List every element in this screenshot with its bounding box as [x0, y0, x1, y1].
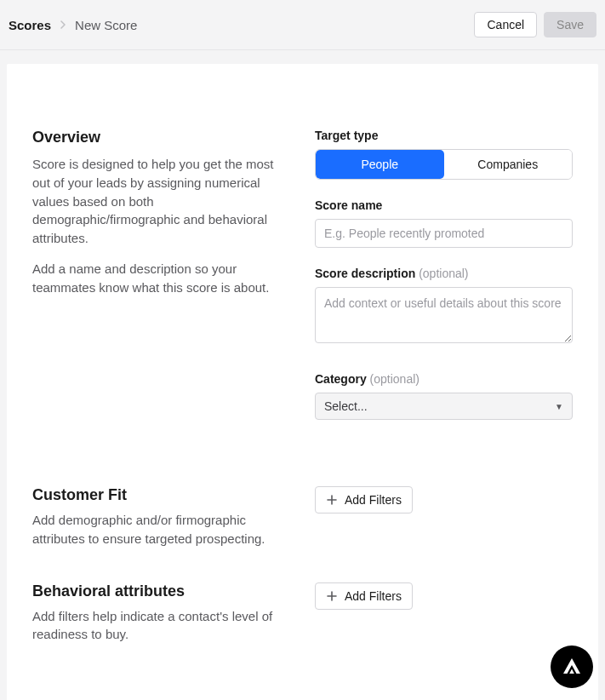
overview-description: Score is designed to help you get the mo… [32, 155, 288, 296]
cancel-button[interactable]: Cancel [474, 12, 537, 37]
score-description-optional: (optional) [419, 267, 468, 280]
target-type-segmented: People Companies [315, 149, 573, 180]
target-type-companies[interactable]: Companies [444, 150, 573, 179]
category-select[interactable]: Select... ▼ [315, 393, 573, 420]
logo-icon [561, 656, 583, 678]
breadcrumb-root[interactable]: Scores [9, 18, 51, 32]
plus-icon [326, 590, 338, 602]
score-description-field: Score description (optional) [315, 267, 573, 347]
customer-fit-section: Customer Fit Add demographic and/or firm… [32, 486, 573, 548]
caret-down-icon: ▼ [555, 402, 563, 411]
category-field: Category (optional) Select... ▼ [315, 372, 573, 420]
behavioral-add-filters-label: Add Filters [345, 589, 402, 603]
chevron-right-icon [60, 18, 66, 32]
overview-title: Overview [32, 129, 288, 146]
customer-fit-description: Add demographic and/or firmographic attr… [32, 511, 288, 548]
customer-fit-desc: Add demographic and/or firmographic attr… [32, 511, 288, 548]
category-select-value: Select... [324, 399, 368, 413]
score-description-label-text: Score description [315, 267, 415, 280]
category-label: Category (optional) [315, 372, 573, 386]
score-name-input[interactable] [315, 219, 573, 248]
behavioral-description: Add filters help indicate a contact's le… [32, 607, 288, 645]
customer-fit-add-filters-label: Add Filters [345, 493, 402, 507]
score-name-field: Score name [315, 198, 573, 248]
score-name-label: Score name [315, 198, 573, 212]
category-optional: (optional) [370, 372, 420, 386]
score-description-input[interactable] [315, 287, 573, 343]
behavioral-add-filters-button[interactable]: Add Filters [315, 582, 413, 610]
overview-section: Overview Score is designed to help you g… [32, 129, 573, 420]
help-fab[interactable] [551, 645, 593, 688]
target-type-label: Target type [315, 129, 573, 142]
header-actions: Cancel Save [474, 12, 596, 37]
target-type-field: Target type People Companies [315, 129, 573, 180]
save-button[interactable]: Save [544, 12, 596, 37]
breadcrumb-current: New Score [75, 18, 137, 32]
category-label-text: Category [315, 372, 367, 386]
customer-fit-add-filters-button[interactable]: Add Filters [315, 486, 413, 514]
behavioral-desc: Add filters help indicate a contact's le… [32, 607, 288, 645]
score-description-label: Score description (optional) [315, 267, 573, 280]
behavioral-title: Behavioral attributes [32, 582, 288, 600]
breadcrumb: Scores New Score [9, 18, 137, 32]
overview-desc-1: Score is designed to help you get the mo… [32, 155, 288, 248]
content-card: Overview Score is designed to help you g… [7, 64, 598, 700]
overview-desc-2: Add a name and description so your teamm… [32, 260, 288, 297]
target-type-people[interactable]: People [316, 150, 444, 179]
customer-fit-title: Customer Fit [32, 486, 288, 504]
behavioral-section: Behavioral attributes Add filters help i… [32, 582, 573, 645]
plus-icon [326, 494, 338, 506]
page-header: Scores New Score Cancel Save [0, 0, 605, 50]
